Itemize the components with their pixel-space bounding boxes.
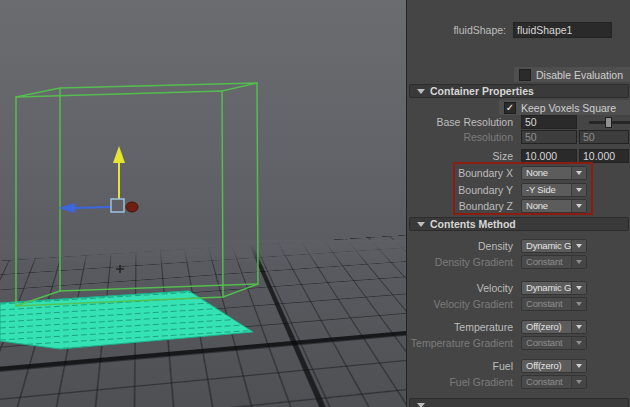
viewport-3d[interactable] [0,0,406,407]
section-header-clipped[interactable] [409,398,629,407]
fuel-gradient-row: Fuel Gradient Constant [407,375,630,390]
base-resolution-input[interactable]: 50 [521,115,577,129]
collapse-triangle-icon [417,89,425,94]
checkmark-icon: ✓ [506,102,514,113]
fuel-dropdown-button[interactable] [571,360,586,372]
chevron-down-icon [576,244,582,248]
keep-voxels-square-label: Keep Voxels Square [521,102,616,114]
velocity-gradient-dropdown-button [571,298,586,310]
temperature-value: Off(zero) [522,321,571,333]
section-header-contents-method[interactable]: Contents Method [409,217,629,231]
section-title: Container Properties [430,85,534,97]
resolution-label: Resolution [407,130,517,145]
temperature-gradient-dropdown: Constant [521,336,587,350]
boundary-y-value: -Y Side [522,184,571,196]
fluid-surface-plane[interactable] [0,282,260,352]
fuel-dropdown[interactable]: Off(zero) [521,359,587,373]
temperature-dropdown-button[interactable] [571,321,586,333]
density-dropdown[interactable]: Dynamic Grid [521,239,587,253]
size-row: Size 10.000 10.000 [407,149,630,164]
size-y-input[interactable]: 10.000 [579,149,629,163]
velocity-value: Dynamic Grid [522,282,571,294]
fuel-label: Fuel [407,359,517,374]
density-gradient-row: Density Gradient Constant [407,255,630,270]
chevron-down-icon [576,188,582,192]
collapse-triangle-icon [417,403,425,407]
density-label: Density [407,239,517,254]
chevron-down-icon [576,364,582,368]
velocity-gradient-dropdown: Constant [521,297,587,311]
boundary-y-dropdown[interactable]: -Y Side [521,183,587,197]
chevron-down-icon [576,286,582,290]
resolution-y-input: 50 [579,130,629,144]
boundary-x-dropdown-button[interactable] [571,167,586,179]
collapse-triangle-icon [417,222,425,227]
chevron-down-icon [576,302,582,306]
temperature-row: Temperature Off(zero) [407,320,630,335]
chevron-down-icon [576,325,582,329]
pivot-marker [116,265,124,273]
density-dropdown-button[interactable] [571,240,586,252]
manipulator-y-axis-arrow[interactable] [113,146,125,199]
fuel-value: Off(zero) [522,360,571,372]
base-resolution-slider[interactable] [589,121,630,124]
fluidshape-name-input[interactable]: fluidShape1 [513,22,612,38]
chevron-down-icon [576,341,582,345]
chevron-down-icon [576,260,582,264]
velocity-gradient-row: Velocity Gradient Constant [407,297,630,312]
boundary-z-value: None [522,200,571,212]
fluidshape-label: fluidShape: [407,22,510,37]
velocity-dropdown[interactable]: Dynamic Grid [521,281,587,295]
velocity-label: Velocity [407,281,517,296]
density-gradient-value: Constant [522,256,571,268]
section-header-container-properties[interactable]: Container Properties [409,84,629,98]
boundary-y-row: Boundary Y -Y Side [407,183,630,198]
keep-voxels-square-checkbox[interactable]: ✓ [504,102,516,114]
keep-voxels-square-row: ✓ Keep Voxels Square [407,100,630,115]
fluid-container-wireframe[interactable] [16,83,258,306]
boundary-z-dropdown-button[interactable] [571,200,586,212]
temperature-gradient-dropdown-button [571,337,586,349]
base-resolution-slider-handle[interactable] [605,117,612,128]
boundary-x-dropdown[interactable]: None [521,166,587,180]
density-row: Density Dynamic Grid [407,239,630,254]
fuel-gradient-dropdown: Constant [521,375,587,389]
manipulator-x-axis-arrow[interactable] [58,203,111,213]
chevron-down-icon [576,171,582,175]
manipulator-z-axis-handle[interactable] [126,202,138,212]
boundary-z-label: Boundary Z [407,199,517,214]
density-gradient-label: Density Gradient [407,255,517,270]
resolution-x-input: 50 [521,130,577,144]
disable-evaluation-checkbox[interactable] [519,69,531,81]
fluidshape-row: fluidShape: fluidShape1 [407,22,630,38]
chevron-down-icon [576,204,582,208]
density-value: Dynamic Grid [522,240,571,252]
temperature-dropdown[interactable]: Off(zero) [521,320,587,334]
temperature-gradient-row: Temperature Gradient Constant [407,336,630,351]
section-title: Contents Method [430,218,516,230]
velocity-dropdown-button[interactable] [571,282,586,294]
size-x-input[interactable]: 10.000 [521,149,577,163]
maya-window: fluidShape: fluidShape1 Disable Evaluati… [0,0,630,407]
boundary-z-row: Boundary Z None [407,199,630,214]
attribute-editor-panel: fluidShape: fluidShape1 Disable Evaluati… [406,0,630,407]
keep-voxels-square-toggle[interactable]: ✓ Keep Voxels Square [499,100,630,115]
boundary-z-dropdown[interactable]: None [521,199,587,213]
base-resolution-row: Base Resolution 50 [407,115,630,130]
temperature-gradient-value: Constant [522,337,571,349]
fuel-gradient-dropdown-button [571,376,586,388]
disable-evaluation-row: Disable Evaluation [407,67,630,82]
density-gradient-dropdown: Constant [521,255,587,269]
boundary-x-row: Boundary X None [407,166,630,181]
density-gradient-dropdown-button [571,256,586,268]
move-manipulator[interactable] [58,146,138,213]
boundary-y-dropdown-button[interactable] [571,184,586,196]
disable-evaluation-label: Disable Evaluation [536,69,623,81]
manipulator-center-handle[interactable] [111,199,124,212]
boundary-x-value: None [522,167,571,179]
boundary-x-label: Boundary X [407,166,517,181]
velocity-row: Velocity Dynamic Grid [407,281,630,296]
resolution-row: Resolution 50 50 [407,130,630,145]
disable-evaluation-toggle[interactable]: Disable Evaluation [514,67,630,82]
base-resolution-label: Base Resolution [407,115,517,130]
